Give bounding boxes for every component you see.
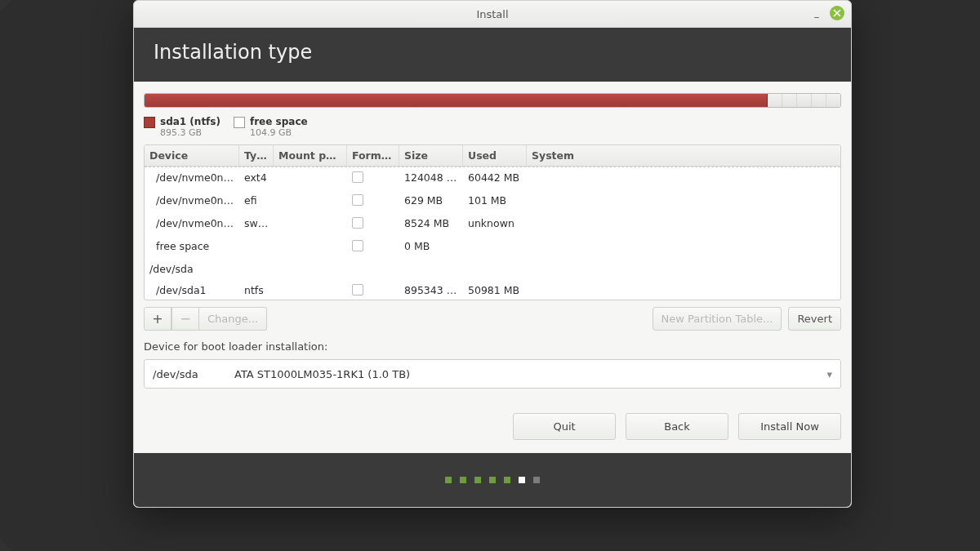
table-row[interactable]: /dev/nvme0n1p7ext4124048 MB60442 MB: [145, 167, 840, 190]
cell-mount: [274, 259, 347, 279]
cell-device: /dev/nvme0n1p9: [145, 190, 239, 212]
cell-type: efi: [239, 190, 274, 212]
cell-device: free space: [145, 236, 239, 258]
cell-size: 124048 MB: [399, 167, 463, 189]
revert-button[interactable]: Revert: [788, 307, 841, 331]
bootloader-desc: ATA ST1000LM035-1RK1 (1.0 TB): [234, 368, 826, 380]
table-row[interactable]: /dev/sda1ntfs895343 MB50981 MB: [145, 280, 840, 300]
back-button[interactable]: Back: [626, 413, 728, 440]
partition-table[interactable]: Device Type Mount point Format? Size Use…: [144, 144, 841, 300]
chevron-down-icon: ▾: [826, 368, 832, 380]
add-partition-button[interactable]: +: [144, 307, 172, 331]
bootloader-label: Device for boot loader installation:: [144, 340, 841, 353]
cell-device: /dev/sda1: [145, 280, 239, 300]
cell-size: 895343 MB: [399, 280, 463, 300]
cell-used: unknown: [463, 213, 527, 235]
cell-used: [463, 236, 527, 258]
partition-toolbar: + − Change... New Partition Table... Rev…: [144, 307, 841, 331]
cell-mount: [274, 213, 347, 235]
cell-used: 50981 MB: [463, 280, 527, 300]
usage-segment-sda1[interactable]: [145, 94, 768, 107]
cell-system: [527, 167, 840, 189]
titlebar[interactable]: Install –: [134, 1, 851, 28]
format-checkbox[interactable]: [352, 217, 363, 229]
cell-mount: [274, 190, 347, 212]
installer-window: Install – Installation type sda: [133, 0, 852, 508]
close-button[interactable]: [830, 6, 844, 20]
quit-button[interactable]: Quit: [513, 413, 616, 440]
progress-dot[interactable]: [474, 477, 481, 483]
cell-system: [527, 280, 840, 300]
new-partition-table-button[interactable]: New Partition Table...: [653, 307, 782, 331]
window-title: Install: [134, 8, 851, 20]
cell-system: [527, 213, 840, 235]
col-format[interactable]: Format?: [347, 145, 399, 166]
format-checkbox[interactable]: [352, 240, 363, 251]
cell-mount: [274, 280, 347, 300]
wizard-nav: Quit Back Install Now: [144, 413, 841, 440]
col-mount[interactable]: Mount point: [274, 145, 347, 166]
cell-device: /dev/sda: [145, 259, 239, 279]
cell-size: [399, 259, 463, 279]
cell-used: [463, 259, 527, 279]
minimize-button[interactable]: –: [810, 7, 823, 20]
col-device[interactable]: Device: [145, 145, 239, 166]
progress-dot[interactable]: [533, 477, 540, 483]
legend-label: free space: [250, 116, 308, 127]
cell-size: 0 MB: [399, 236, 463, 258]
remove-partition-button[interactable]: −: [172, 307, 199, 331]
bootloader-device: /dev/sda: [153, 368, 234, 380]
cell-format: [347, 190, 399, 212]
progress-dot[interactable]: [504, 477, 510, 483]
page-header: Installation type: [134, 28, 851, 82]
cell-device: /dev/nvme0n1p7: [145, 167, 239, 189]
table-device-header[interactable]: /dev/sda: [145, 259, 840, 280]
cell-device: /dev/nvme0n1p8: [145, 213, 239, 235]
format-checkbox[interactable]: [352, 194, 363, 206]
table-header-row: Device Type Mount point Format? Size Use…: [145, 145, 840, 167]
table-row[interactable]: /dev/nvme0n1p9efi629 MB101 MB: [145, 190, 840, 213]
format-checkbox[interactable]: [352, 171, 363, 183]
cell-mount: [274, 167, 347, 189]
swatch-icon: [234, 117, 245, 128]
table-body: /dev/nvme0n1p7ext4124048 MB60442 MB/dev/…: [145, 167, 840, 300]
cell-format: [347, 236, 399, 258]
cell-format: [347, 213, 399, 235]
progress-dot[interactable]: [519, 477, 525, 483]
cell-used: 60442 MB: [463, 167, 527, 189]
cell-type: swap: [239, 213, 274, 235]
col-system[interactable]: System: [527, 145, 840, 166]
cell-type: [239, 259, 274, 279]
cell-mount: [274, 236, 347, 258]
cell-size: 629 MB: [399, 190, 463, 212]
col-type[interactable]: Type: [239, 145, 274, 166]
usage-segment-free[interactable]: [768, 94, 840, 107]
legend-item-sda1: sda1 (ntfs) 895.3 GB: [144, 116, 220, 138]
legend-sublabel: 104.9 GB: [250, 127, 308, 138]
cell-format: [347, 167, 399, 189]
legend-sublabel: 895.3 GB: [160, 127, 220, 138]
col-size[interactable]: Size: [399, 145, 463, 166]
cell-type: [239, 236, 274, 258]
cell-used: 101 MB: [463, 190, 527, 212]
legend-label: sda1 (ntfs): [160, 116, 220, 127]
page-title: Installation type: [154, 41, 312, 64]
table-row[interactable]: /dev/nvme0n1p8swap8524 MBunknown: [145, 213, 840, 236]
cell-system: [527, 190, 840, 212]
table-row[interactable]: free space0 MB: [145, 236, 840, 259]
close-icon: [833, 9, 841, 17]
install-now-button[interactable]: Install Now: [738, 413, 841, 440]
progress-dot[interactable]: [489, 477, 496, 483]
disk-usage-bar[interactable]: [144, 93, 841, 108]
titlebar-controls: –: [810, 6, 844, 20]
progress-dot[interactable]: [460, 477, 466, 483]
change-partition-button[interactable]: Change...: [199, 307, 267, 331]
bootloader-device-select[interactable]: /dev/sda ATA ST1000LM035-1RK1 (1.0 TB) ▾: [144, 359, 841, 389]
format-checkbox[interactable]: [352, 284, 363, 295]
cell-system: [527, 236, 840, 258]
legend-item-free: free space 104.9 GB: [234, 116, 308, 138]
usage-legend: sda1 (ntfs) 895.3 GB free space 104.9 GB: [144, 116, 841, 138]
progress-dot[interactable]: [445, 477, 452, 483]
cell-size: 8524 MB: [399, 213, 463, 235]
col-used[interactable]: Used: [463, 145, 527, 166]
